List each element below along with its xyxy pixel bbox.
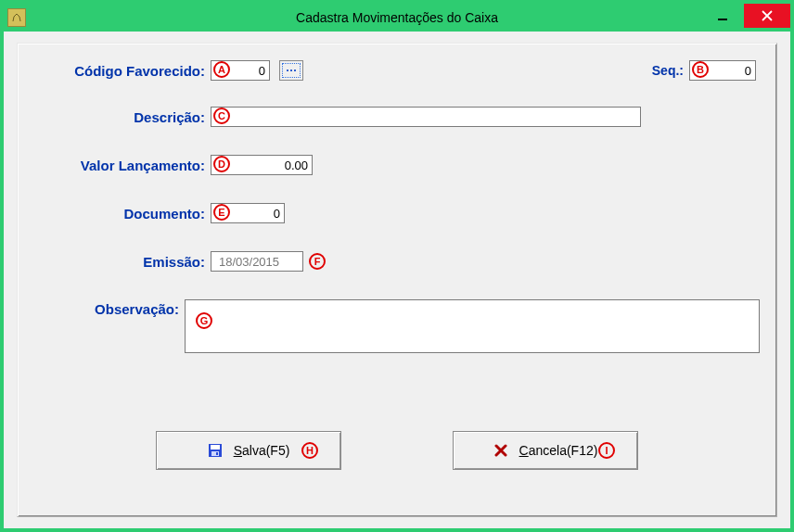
documento-label: Documento: (34, 206, 205, 222)
row-codigo-favorecido: Código Favorecido: A (34, 60, 760, 81)
emissao-label: Emissão: (34, 254, 205, 270)
row-documento: Documento: E (34, 203, 760, 223)
button-row: SSalva(F5)alva(F5) H Cancela(F12) I (34, 431, 760, 470)
emissao-input[interactable] (211, 251, 303, 272)
codigo-favorecido-label: Código Favorecido: (34, 63, 205, 79)
content-area: Seq.: B Código Favorecido: A Descriç (4, 32, 790, 528)
observacao-input[interactable] (185, 299, 760, 353)
observacao-label: Observação: (34, 301, 179, 317)
titlebar: Cadastra Movimentações do Caixa (4, 4, 790, 32)
descricao-input[interactable] (211, 107, 641, 127)
marker-g: G (196, 312, 212, 329)
cancel-icon (493, 443, 508, 458)
form-panel: Seq.: B Código Favorecido: A Descriç (17, 43, 777, 517)
row-valor-lancamento: Valor Lançamento: D (34, 155, 760, 175)
marker-f: F (309, 253, 326, 270)
app-window: Cadastra Movimentações do Caixa Seq.: B … (0, 0, 794, 532)
marker-i: I (598, 442, 615, 459)
save-button[interactable]: SSalva(F5)alva(F5) H (156, 431, 341, 470)
save-button-label: SSalva(F5)alva(F5) (234, 443, 290, 458)
marker-h: H (301, 442, 318, 459)
seq-label: Seq.: (652, 63, 684, 78)
minimize-button[interactable] (701, 4, 744, 28)
save-icon (208, 443, 223, 458)
cancel-button[interactable]: Cancela(F12) I (453, 431, 638, 470)
row-emissao: Emissão: F (34, 251, 760, 272)
svg-rect-4 (216, 452, 218, 455)
descricao-label: Descrição: (34, 109, 205, 125)
row-observacao: Observação: G (34, 299, 760, 357)
marker-a: A (213, 61, 230, 78)
cancel-button-label: Cancela(F12) (519, 443, 598, 458)
marker-d: D (213, 156, 230, 172)
seq-group: Seq.: B (652, 60, 756, 81)
window-controls (701, 4, 790, 28)
svg-rect-2 (211, 445, 220, 450)
svg-rect-0 (718, 19, 727, 20)
close-button[interactable] (744, 4, 790, 28)
app-icon (7, 8, 26, 27)
lookup-button[interactable] (279, 60, 303, 81)
marker-b: B (692, 61, 709, 78)
marker-e: E (213, 204, 230, 221)
marker-c: C (213, 108, 230, 124)
row-descricao: Descrição: C (34, 107, 760, 127)
valor-lancamento-label: Valor Lançamento: (34, 158, 205, 173)
window-title: Cadastra Movimentações do Caixa (296, 10, 498, 25)
